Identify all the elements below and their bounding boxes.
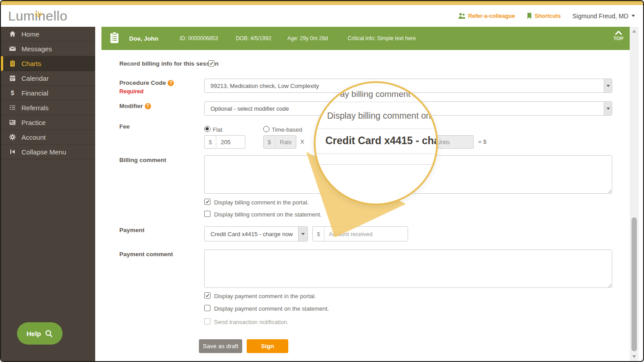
billing-portal-label: Display billing comment in the portal. bbox=[214, 199, 309, 206]
magnified-border-line bbox=[316, 102, 436, 102]
procedure-code-label-text: Procedure Code bbox=[119, 79, 166, 86]
procedure-code-label: Procedure Code? bbox=[119, 79, 174, 86]
currency-symbol: $ bbox=[205, 136, 216, 148]
chevron-down-icon[interactable] bbox=[604, 79, 612, 92]
magnified-border-line bbox=[316, 129, 436, 129]
clipboard-icon bbox=[9, 60, 16, 67]
magnified-highlight-text: Credit Card x4415 - charge now bbox=[325, 135, 438, 147]
payment-statement-checkbox[interactable] bbox=[204, 305, 210, 311]
magnified-border-line bbox=[316, 154, 436, 154]
payment-label: Payment bbox=[119, 227, 144, 233]
sidebar-item-calendar[interactable]: Calendar bbox=[1, 71, 95, 86]
envelope-icon bbox=[9, 45, 16, 52]
payment-comment-label: Payment comment bbox=[119, 251, 173, 258]
sidebar-item-label: Messages bbox=[21, 45, 52, 53]
refer-a-colleague-label: Refer-a-colleague bbox=[468, 13, 515, 19]
chevron-down-icon[interactable] bbox=[298, 227, 307, 241]
amount-received-group: $ bbox=[312, 226, 408, 241]
multiply-label: X bbox=[300, 138, 304, 145]
list-icon bbox=[9, 104, 16, 111]
sidebar-item-messages[interactable]: Messages bbox=[1, 42, 95, 56]
help-button[interactable]: Help bbox=[17, 322, 63, 345]
app-header: Luminello Refer-a-colleague bbox=[1, 5, 643, 27]
payment-method-value: Credit Card x4415 - charge now bbox=[205, 231, 298, 237]
modifier-label-text: Modifier bbox=[119, 103, 143, 109]
patient-name[interactable]: Doe, John bbox=[129, 35, 158, 42]
magnified-border-line bbox=[316, 164, 436, 165]
sidebar-item-label: Charts bbox=[21, 60, 41, 67]
sidebar-item-charts[interactable]: Charts bbox=[1, 56, 95, 71]
scrollbar[interactable] bbox=[630, 27, 639, 361]
billing-portal-checkbox[interactable] bbox=[204, 199, 210, 205]
patient-clipboard-icon bbox=[109, 31, 120, 46]
sidebar-item-financial[interactable]: $ Financial bbox=[1, 86, 95, 100]
billing-statement-checkbox[interactable] bbox=[204, 211, 210, 217]
flat-fee-input[interactable] bbox=[216, 136, 245, 148]
chevron-down-icon[interactable] bbox=[604, 102, 612, 115]
fee-time-based-label: Time-based bbox=[272, 126, 302, 133]
sidebar-item-label: Financial bbox=[21, 89, 48, 97]
question-icon[interactable]: ? bbox=[145, 103, 151, 109]
scroll-to-top-button[interactable]: TOP bbox=[614, 30, 623, 41]
scrollbar-thumb[interactable] bbox=[631, 217, 637, 351]
rate-input bbox=[275, 136, 296, 148]
dollar-icon: $ bbox=[9, 89, 16, 96]
newspaper-icon bbox=[9, 119, 16, 126]
magnified-text-2: Display billing comment on th bbox=[327, 111, 438, 121]
sidebar-item-label: Calendar bbox=[21, 75, 49, 82]
help-label: Help bbox=[26, 330, 41, 337]
transaction-notification-checkbox bbox=[204, 318, 210, 325]
record-billing-checkbox[interactable] bbox=[208, 60, 215, 67]
user-menu[interactable]: Sigmund Freud, MD bbox=[572, 12, 635, 20]
billing-statement-label: Display billing comment on the statement… bbox=[214, 211, 322, 218]
rate-input-group: $ bbox=[263, 135, 296, 149]
patient-critical-info: Critical info: Simple text here bbox=[348, 35, 416, 42]
fee-flat-label: Flat bbox=[213, 126, 223, 133]
scrollbar-up-arrow[interactable] bbox=[630, 28, 639, 35]
search-icon bbox=[45, 329, 53, 338]
shortcuts-link[interactable]: Shortcuts bbox=[526, 12, 560, 19]
record-billing-label: Record billing info for this session bbox=[119, 60, 219, 67]
fee-flat-radio[interactable] bbox=[204, 126, 210, 132]
sidebar-item-home[interactable]: Home bbox=[1, 27, 95, 42]
sidebar-item-label: Home bbox=[21, 30, 39, 38]
question-icon[interactable]: ? bbox=[168, 80, 174, 86]
sidebar: Home Messages Charts Calendar $ Financia… bbox=[1, 27, 95, 361]
sidebar-item-practice[interactable]: Practice bbox=[1, 115, 95, 130]
sidebar-item-referrals[interactable]: Referrals bbox=[1, 100, 95, 115]
refer-a-colleague-link[interactable]: Refer-a-colleague bbox=[458, 12, 515, 19]
scrollbar-down-arrow[interactable] bbox=[630, 353, 639, 360]
sidebar-item-label: Referrals bbox=[21, 104, 49, 112]
home-icon bbox=[9, 30, 16, 37]
sign-button[interactable]: Sign bbox=[247, 339, 288, 353]
currency-symbol: $ bbox=[313, 227, 324, 241]
sidebar-item-label: Practice bbox=[21, 119, 46, 126]
sidebar-item-label: Collapse Menu bbox=[21, 148, 66, 156]
magnifier-overlay: ay billing comment . Display billing com… bbox=[314, 81, 438, 205]
bookmark-icon bbox=[526, 12, 532, 19]
logo-sunburst-icon bbox=[34, 5, 43, 21]
payment-statement-label: Display payment comment on the statement… bbox=[214, 305, 329, 312]
payment-method-select[interactable]: Credit Card x4415 - charge now bbox=[204, 226, 308, 241]
users-icon bbox=[458, 12, 466, 19]
calendar-icon bbox=[9, 75, 16, 82]
equals-label: = $ bbox=[478, 138, 486, 145]
amount-received-input[interactable] bbox=[324, 227, 408, 241]
top-label: TOP bbox=[614, 36, 623, 41]
sidebar-item-account[interactable]: Account bbox=[1, 130, 95, 145]
user-name: Sigmund Freud, MD bbox=[572, 12, 628, 20]
svg-text:$: $ bbox=[11, 89, 14, 96]
logo[interactable]: Luminello bbox=[8, 8, 67, 24]
magnified-text-1: ay billing comment . bbox=[340, 89, 415, 99]
chevron-down-icon bbox=[631, 15, 635, 17]
save-as-draft-button[interactable]: Save as draft bbox=[199, 339, 242, 353]
sidebar-item-collapse-menu[interactable]: Collapse Menu bbox=[1, 145, 95, 159]
payment-comment-textarea[interactable] bbox=[204, 250, 612, 288]
gear-icon bbox=[9, 133, 16, 141]
chevron-up-icon bbox=[614, 30, 623, 35]
payment-portal-checkbox[interactable] bbox=[204, 292, 210, 299]
fee-time-based-radio[interactable] bbox=[263, 126, 269, 132]
header-actions: Refer-a-colleague Shortcuts Sigmund Freu… bbox=[458, 5, 635, 27]
fee-label: Fee bbox=[119, 123, 130, 130]
patient-dob: DOB: 4/5/1992 bbox=[236, 35, 271, 42]
